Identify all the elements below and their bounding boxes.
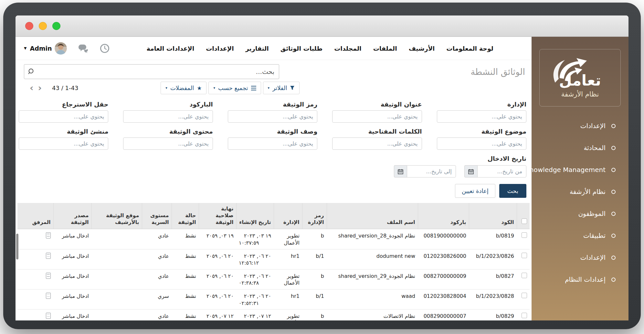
- row-checkbox[interactable]: [522, 273, 527, 278]
- attachment-icon[interactable]: [46, 232, 51, 238]
- cell-attachment: [17, 309, 53, 320]
- zoom-button[interactable]: [52, 22, 60, 30]
- table-row[interactable]: b/08270082700000009نظام الجودة_shared_ve…: [17, 269, 530, 289]
- cell-department: تطوير الأعمال: [274, 269, 302, 289]
- app-logo[interactable]: تعامل نظام الأرشفة: [539, 49, 621, 106]
- filter-field-label: عنوان الوثيقة: [332, 101, 422, 108]
- sidebar-item-5[interactable]: الموظفون: [532, 203, 628, 225]
- column-header-5[interactable]: الإدارة: [274, 203, 302, 229]
- calendar-icon[interactable]: [394, 165, 407, 177]
- attachment-icon[interactable]: [46, 293, 51, 299]
- sidebar-item-2[interactable]: المحادثة: [532, 137, 628, 159]
- column-header-2[interactable]: باركود: [418, 203, 469, 229]
- row-checkbox[interactable]: [522, 293, 527, 298]
- attachment-icon[interactable]: [46, 253, 51, 259]
- cell-attachment: [17, 289, 53, 309]
- filter-field-10: منشئ الوثيقة: [19, 128, 108, 150]
- control-row: الفلاتر ▾ تجميع حسب ▾ ★ المفضلات ▾: [16, 80, 532, 99]
- filter-field-6: موضوع الوثيقة: [437, 128, 526, 150]
- filter-field-input[interactable]: [19, 110, 108, 123]
- user-menu[interactable]: Admin: [30, 45, 52, 52]
- row-checkbox[interactable]: [522, 253, 527, 258]
- column-header-3[interactable]: اسم الملف: [327, 203, 418, 229]
- favorites-button[interactable]: ★ المفضلات ▾: [161, 82, 206, 94]
- filter-field-label: محتوى الوثيقة: [123, 128, 213, 135]
- table-row[interactable]: b/08290082900000007نظام الاتصالات الإدار…: [17, 309, 530, 320]
- calendar-icon[interactable]: [464, 165, 477, 177]
- nav-link-4[interactable]: المجلدات: [334, 45, 361, 52]
- sidebar-item-4[interactable]: نظام الأرشفة: [532, 181, 628, 203]
- filter-field-input[interactable]: [332, 110, 422, 123]
- date-to-input[interactable]: [407, 165, 456, 177]
- column-header-6[interactable]: تاريخ الإنشاء: [236, 203, 274, 229]
- cell-archive-location: [91, 229, 142, 249]
- minimize-button[interactable]: [39, 22, 47, 30]
- date-from-input[interactable]: [477, 165, 526, 177]
- filter-field-input[interactable]: [228, 137, 317, 150]
- nav-link-8[interactable]: الإعدادات العامة: [146, 45, 194, 52]
- group-by-button[interactable]: تجميع حسب ▾: [208, 82, 261, 94]
- close-button[interactable]: [25, 22, 33, 30]
- search-submit-button[interactable]: بحث: [499, 184, 526, 198]
- filter-field-8: وصف الوثيقة: [228, 128, 317, 150]
- table-row[interactable]: b/08190081900000000نظام الجودة_shared_ve…: [17, 229, 530, 249]
- table-row[interactable]: b/1/2023/08280120230828004waadb/1hr1٢٠ ٠…: [17, 289, 530, 309]
- filter-field-label: وصف الوثيقة: [228, 128, 317, 135]
- nav-link-1[interactable]: لوحة المعلومات: [446, 45, 493, 52]
- filter-field-input[interactable]: [123, 110, 213, 123]
- caret-down-icon: ▾: [213, 86, 215, 90]
- column-header-7[interactable]: نهاية صلاحية الوثيقة: [199, 203, 236, 229]
- reset-button[interactable]: إعادة تعيين: [455, 184, 495, 198]
- filter-field-input[interactable]: [437, 110, 526, 123]
- sidebar-item-label: Knowledge Management: [532, 166, 606, 174]
- filter-field-input[interactable]: [437, 137, 526, 150]
- row-checkbox[interactable]: [522, 232, 527, 238]
- cell-barcode: 0081900000000: [418, 229, 469, 249]
- column-header-4[interactable]: رمز الإدارة: [302, 203, 327, 229]
- cell-created: ٢٠ ٠٦, ٢٠٢٣٠٢:٥٢:٣١: [236, 289, 274, 309]
- row-checkbox[interactable]: [522, 313, 527, 318]
- cell-expiry: ٢٠ ٠٦, ٢٠٥٩: [199, 269, 236, 289]
- filter-field-input[interactable]: [332, 137, 422, 150]
- cell-barcode: 0120230826000: [418, 249, 469, 269]
- select-all-checkbox[interactable]: [522, 218, 527, 224]
- nav-link-2[interactable]: الأرشيف: [409, 45, 435, 52]
- filter-field-3: رمز الوثيقة: [228, 101, 317, 123]
- sidebar-item-3[interactable]: Knowledge Management: [532, 159, 628, 181]
- column-header-11[interactable]: مصدر الوثيقة: [53, 203, 91, 229]
- table-row[interactable]: b/1/2023/08260120230826000dodument newb/…: [17, 249, 530, 269]
- scrollbar-thumb[interactable]: [16, 234, 18, 259]
- column-header-10[interactable]: موقع الوثيقة بالأرشيف: [91, 203, 142, 229]
- pager-count: 43 / 1-43: [52, 85, 78, 91]
- clock-icon[interactable]: [100, 44, 110, 53]
- avatar[interactable]: [55, 42, 67, 55]
- filter-field-input[interactable]: [19, 137, 108, 150]
- group-by-icon: [251, 86, 256, 90]
- attachment-icon[interactable]: [46, 273, 51, 279]
- pager-prev-icon[interactable]: ‹: [30, 85, 34, 91]
- column-header-12[interactable]: المرفق: [17, 203, 53, 229]
- nav-link-6[interactable]: التقارير: [246, 45, 269, 52]
- nav-link-5[interactable]: طلبات الوثائق: [280, 45, 322, 52]
- nav-link-3[interactable]: الملفات: [373, 45, 397, 52]
- cell-source: ادخال مباشر: [53, 229, 91, 249]
- column-header-9[interactable]: مستوى السرية: [142, 203, 172, 229]
- sidebar-item-7[interactable]: الإعدادات: [532, 247, 628, 268]
- sidebar-item-8[interactable]: إعدادات النظام: [532, 268, 628, 290]
- user-area: ▼ Admin: [24, 42, 110, 55]
- filters-button[interactable]: الفلاتر ▾: [263, 82, 300, 94]
- cell-archive-location: [91, 309, 142, 320]
- sidebar-item-1[interactable]: الإعدادات: [532, 115, 628, 137]
- search-input[interactable]: [24, 64, 279, 79]
- cell-dept-code: b/1: [302, 289, 327, 309]
- attachment-icon[interactable]: [46, 313, 51, 319]
- filter-field-input[interactable]: [123, 137, 213, 150]
- pager-next-icon[interactable]: ›: [38, 85, 42, 91]
- column-header-8[interactable]: حالة الوثيقة: [172, 203, 199, 229]
- nav-link-7[interactable]: الإعدادات: [206, 45, 234, 52]
- chat-icon[interactable]: [78, 44, 89, 53]
- sidebar-item-6[interactable]: تطبيقات: [532, 225, 628, 247]
- row-select-cell: [517, 269, 530, 289]
- filter-field-input[interactable]: [228, 110, 317, 123]
- column-header-1[interactable]: الكود: [469, 203, 517, 229]
